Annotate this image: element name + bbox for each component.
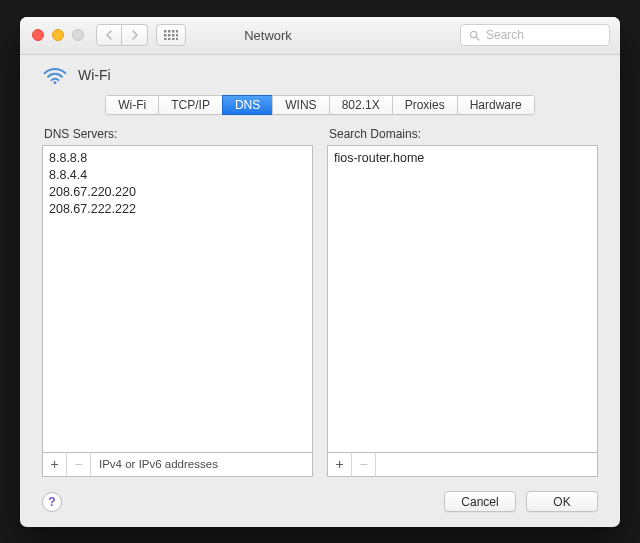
connection-header: Wi-Fi: [20, 55, 620, 89]
tab-bar: Wi-FiTCP/IPDNSWINS802.1XProxiesHardware: [20, 89, 620, 127]
dns-server-item[interactable]: 208.67.220.220: [49, 184, 306, 201]
cancel-button[interactable]: Cancel: [444, 491, 516, 512]
dns-servers-column: DNS Servers: 8.8.8.88.8.4.4208.67.220.22…: [42, 127, 313, 477]
tab-hardware[interactable]: Hardware: [457, 95, 535, 115]
search-domain-item[interactable]: fios-router.home: [334, 150, 591, 167]
dialog-footer: ? Cancel OK: [20, 477, 620, 527]
dns-servers-list[interactable]: 8.8.8.88.8.4.4208.67.220.220208.67.222.2…: [42, 145, 313, 453]
svg-line-13: [476, 36, 479, 39]
connection-name: Wi-Fi: [78, 67, 111, 83]
dns-hint: IPv4 or IPv6 addresses: [91, 458, 218, 470]
tab-8021x[interactable]: 802.1X: [329, 95, 392, 115]
tab-wins[interactable]: WINS: [272, 95, 328, 115]
search-icon: [469, 30, 480, 41]
dns-server-item[interactable]: 208.67.222.222: [49, 201, 306, 218]
help-button[interactable]: ?: [42, 492, 62, 512]
tab-wifi[interactable]: Wi-Fi: [105, 95, 158, 115]
svg-point-14: [54, 81, 57, 84]
search-field[interactable]: Search: [460, 24, 610, 46]
tab-tcpip[interactable]: TCP/IP: [158, 95, 222, 115]
dns-servers-toolbar: + − IPv4 or IPv6 addresses: [42, 453, 313, 477]
dns-server-item[interactable]: 8.8.4.4: [49, 167, 306, 184]
domain-add-button[interactable]: +: [328, 452, 352, 476]
window-controls: [30, 29, 84, 41]
dns-add-button[interactable]: +: [43, 452, 67, 476]
close-window-button[interactable]: [32, 29, 44, 41]
dns-remove-button[interactable]: −: [67, 452, 91, 476]
search-domains-list[interactable]: fios-router.home: [327, 145, 598, 453]
domain-remove-button[interactable]: −: [352, 452, 376, 476]
ok-button[interactable]: OK: [526, 491, 598, 512]
minimize-window-button[interactable]: [52, 29, 64, 41]
search-placeholder: Search: [486, 28, 524, 42]
dns-servers-label: DNS Servers:: [44, 127, 313, 141]
wifi-icon: [42, 65, 68, 85]
dns-server-item[interactable]: 8.8.8.8: [49, 150, 306, 167]
title-bar: Network Search: [20, 17, 620, 55]
tab-proxies[interactable]: Proxies: [392, 95, 457, 115]
search-domains-toolbar: + −: [327, 453, 598, 477]
search-domains-column: Search Domains: fios-router.home + −: [327, 127, 598, 477]
network-preferences-window: Network Search Wi-Fi Wi-FiTCP/IPDNSWINS8…: [20, 17, 620, 527]
maximize-window-button: [72, 29, 84, 41]
dns-panel: DNS Servers: 8.8.8.88.8.4.4208.67.220.22…: [42, 127, 598, 477]
search-domains-label: Search Domains:: [329, 127, 598, 141]
tab-dns[interactable]: DNS: [222, 95, 272, 115]
window-title: Network: [84, 28, 452, 43]
